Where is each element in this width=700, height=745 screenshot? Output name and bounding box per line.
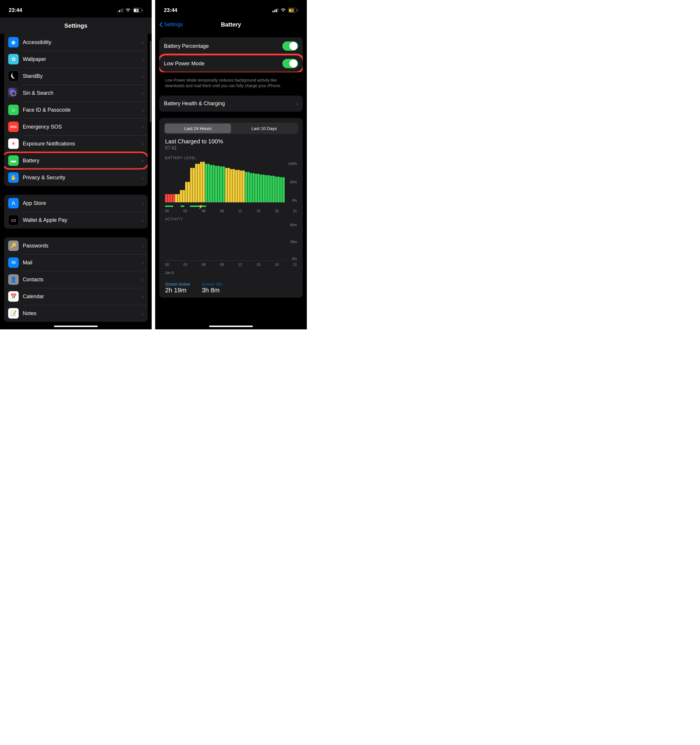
ytick: 0m bbox=[286, 257, 297, 261]
row-label: Contacts bbox=[23, 277, 137, 283]
settings-row-appstore[interactable]: AApp Store› bbox=[4, 195, 148, 212]
calendar-icon: 📅 bbox=[8, 291, 19, 302]
row-label: Wallpaper bbox=[23, 56, 137, 62]
battery-health-row[interactable]: Battery Health & Charging › bbox=[159, 96, 303, 112]
home-indicator[interactable] bbox=[54, 326, 98, 327]
battery-icon: 61 bbox=[133, 8, 143, 12]
cellular-icon bbox=[273, 8, 278, 12]
wifi-icon bbox=[280, 7, 286, 13]
settings-row-wallet[interactable]: ▭Wallet & Apple Pay› bbox=[4, 212, 148, 229]
lpm-description: Low Power Mode temporarily reduces backg… bbox=[159, 75, 303, 88]
row-label: Privacy & Security bbox=[23, 175, 137, 181]
settings-row-standby[interactable]: ⏾StandBy› bbox=[4, 67, 148, 85]
chevron-right-icon: › bbox=[141, 259, 144, 266]
chevron-right-icon: › bbox=[141, 310, 144, 317]
nav-bar: Settings Battery bbox=[155, 18, 307, 31]
settings-group: ◉Accessibility›✿Wallpaper›⏾StandBy›◯Siri… bbox=[4, 34, 148, 186]
settings-row-battery[interactable]: ▬Battery› bbox=[4, 152, 148, 169]
row-label: Mail bbox=[23, 260, 137, 266]
row-label: Passwords bbox=[23, 243, 137, 249]
settings-row-siri[interactable]: ◯Siri & Search› bbox=[4, 85, 148, 102]
settings-row-notes[interactable]: 📝Notes› bbox=[4, 305, 148, 322]
last-charged-heading: Last Charged to 100% bbox=[159, 138, 303, 145]
ytick: 60m bbox=[286, 223, 297, 227]
screen-idle-label: Screen Idle bbox=[202, 282, 223, 287]
home-indicator[interactable] bbox=[209, 326, 253, 327]
status-time: 23:44 bbox=[164, 7, 177, 13]
settings-row-faceid[interactable]: ☺Face ID & Passcode› bbox=[4, 102, 148, 118]
row-label: Notes bbox=[23, 310, 137, 317]
page-title: Battery bbox=[221, 21, 241, 28]
charging-track: ⚡ bbox=[165, 205, 297, 208]
privacy-icon: ✋ bbox=[8, 172, 19, 183]
tab-last-24h[interactable]: Last 24 Hours bbox=[165, 124, 231, 133]
chevron-right-icon: › bbox=[141, 242, 144, 249]
row-label: Exposure Notifications bbox=[23, 141, 137, 147]
tab-last-10d[interactable]: Last 10 Days bbox=[231, 124, 297, 133]
chevron-right-icon: › bbox=[141, 90, 144, 96]
toggle-switch[interactable] bbox=[282, 41, 298, 51]
row-label: Siri & Search bbox=[23, 90, 137, 96]
standby-icon: ⏾ bbox=[8, 71, 19, 81]
charging-bolt-icon: ⚡ bbox=[198, 204, 203, 209]
ytick: 0% bbox=[286, 199, 297, 203]
row-label: App Store bbox=[23, 200, 137, 206]
siri-icon: ◯ bbox=[8, 88, 19, 98]
row-label: Low Power Mode bbox=[164, 61, 204, 67]
back-button[interactable]: Settings bbox=[159, 22, 183, 28]
notes-icon: 📝 bbox=[8, 308, 19, 319]
status-bar: 23:44 61 bbox=[0, 0, 152, 18]
cellular-icon bbox=[117, 8, 123, 12]
wifi-icon bbox=[126, 7, 131, 13]
settings-row-mail[interactable]: ✉Mail› bbox=[4, 254, 148, 271]
ytick: 50% bbox=[286, 180, 297, 184]
battery-screen: 23:44 61 Settings Battery Batt bbox=[155, 0, 307, 329]
battery-level-label: BATTERY LEVEL bbox=[159, 156, 303, 162]
exposure-icon: ☀ bbox=[8, 138, 19, 149]
settings-screen: 23:44 61 Settings ◉Accessibility›✿Wallpa… bbox=[0, 0, 152, 329]
settings-row-wallpaper[interactable]: ✿Wallpaper› bbox=[4, 51, 148, 67]
row-label: Accessibility bbox=[23, 39, 137, 45]
settings-group: 🔑Passwords›✉Mail›👤Contacts›📅Calendar›📝No… bbox=[4, 237, 148, 322]
screen-idle-value: 3h 8m bbox=[202, 287, 223, 294]
toggle-switch[interactable] bbox=[282, 59, 298, 68]
mail-icon: ✉ bbox=[8, 257, 19, 268]
time-range-segmented[interactable]: Last 24 Hours Last 10 Days bbox=[164, 123, 298, 134]
chevron-right-icon: › bbox=[141, 174, 144, 181]
chevron-right-icon: › bbox=[141, 124, 144, 130]
row-label: StandBy bbox=[23, 73, 137, 79]
row-label: Face ID & Passcode bbox=[23, 107, 137, 113]
settings-row-privacy[interactable]: ✋Privacy & Security› bbox=[4, 169, 148, 186]
row-label: Calendar bbox=[23, 293, 137, 300]
settings-row-exposure[interactable]: ☀Exposure Notifications› bbox=[4, 135, 148, 152]
ytick: 100% bbox=[286, 162, 297, 166]
activity-label: ACTIVITY bbox=[159, 217, 303, 223]
wallet-icon: ▭ bbox=[8, 215, 19, 225]
settings-row-accessibility[interactable]: ◉Accessibility› bbox=[4, 34, 148, 51]
usage-summary: Screen Active 2h 19m Screen Idle 3h 8m bbox=[159, 280, 303, 294]
battery-level-xaxis: 0003 0609 1215 1821 bbox=[165, 209, 297, 213]
status-time: 23:44 bbox=[9, 7, 22, 13]
low-power-mode-row[interactable]: Low Power Mode bbox=[159, 55, 303, 72]
battery-icon: ▬ bbox=[8, 156, 19, 166]
activity-chart: 60m 30m 0m bbox=[165, 223, 297, 261]
chevron-right-icon: › bbox=[141, 157, 144, 164]
wallpaper-icon: ✿ bbox=[8, 54, 19, 64]
settings-row-contacts[interactable]: 👤Contacts› bbox=[4, 271, 148, 288]
battery-percentage-row[interactable]: Battery Percentage bbox=[159, 37, 303, 55]
settings-row-passwords[interactable]: 🔑Passwords› bbox=[4, 237, 148, 254]
scrollbar[interactable] bbox=[150, 41, 151, 123]
chevron-right-icon: › bbox=[296, 100, 298, 107]
screen-active-value: 2h 19m bbox=[165, 287, 190, 294]
last-charged-time: 07:41 bbox=[159, 145, 303, 156]
passwords-icon: 🔑 bbox=[8, 241, 19, 251]
appstore-icon: A bbox=[8, 198, 19, 208]
settings-row-calendar[interactable]: 📅Calendar› bbox=[4, 288, 148, 305]
activity-xaxis: 0003 0609 1215 1821 bbox=[165, 263, 297, 267]
row-label: Battery bbox=[23, 158, 137, 164]
page-title: Settings bbox=[64, 22, 87, 29]
settings-row-sos[interactable]: SOSEmergency SOS› bbox=[4, 118, 148, 135]
back-label: Settings bbox=[164, 22, 183, 28]
chevron-right-icon: › bbox=[141, 73, 144, 79]
row-label: Wallet & Apple Pay bbox=[23, 217, 137, 223]
